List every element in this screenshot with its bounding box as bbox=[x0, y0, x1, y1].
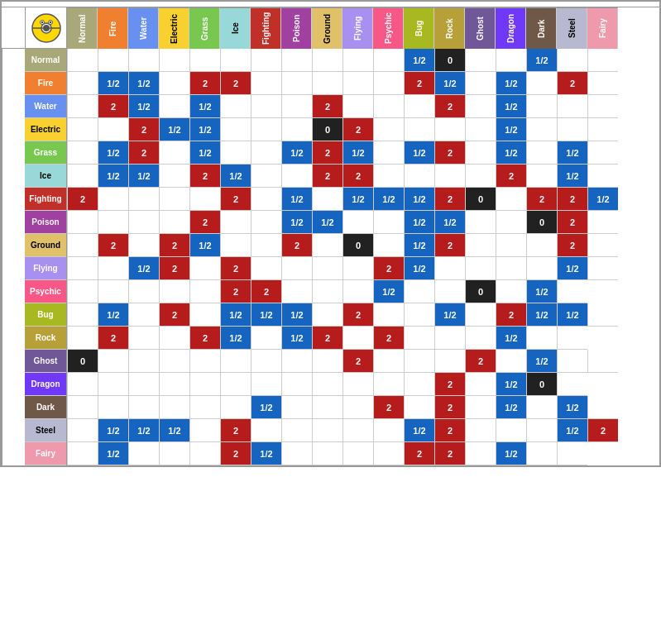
grid-cell bbox=[465, 72, 496, 95]
grid-row: 1/2221/21/2 bbox=[67, 396, 659, 419]
grid-cell: 2 bbox=[220, 442, 251, 465]
grid-cell: 2 bbox=[281, 234, 312, 257]
col-header-ghost: Ghost bbox=[465, 7, 496, 49]
grid-cell bbox=[251, 257, 281, 280]
grid-cell: 2 bbox=[98, 234, 128, 257]
grid-cell bbox=[434, 327, 465, 350]
col-header-bug: Bug bbox=[404, 7, 434, 49]
grid-cell: 2 bbox=[159, 303, 189, 327]
row-header-rock: Rock bbox=[25, 327, 66, 350]
grid-cell bbox=[404, 350, 434, 373]
grid-cell bbox=[404, 118, 434, 141]
grid-cell: 2 bbox=[159, 257, 189, 280]
grid-cell bbox=[159, 373, 189, 396]
grid-cell: 2 bbox=[220, 72, 251, 95]
grid-cell: 2 bbox=[434, 234, 465, 257]
grid-cell: 1/2 bbox=[526, 49, 557, 72]
grid-cell bbox=[251, 350, 281, 373]
grid-cell: 2 bbox=[342, 165, 373, 188]
grid-cell bbox=[128, 188, 159, 211]
grid-cell bbox=[251, 118, 281, 141]
grid-cell: 1/2 bbox=[526, 280, 557, 303]
grid-cell bbox=[526, 419, 557, 442]
grid-cell bbox=[67, 141, 98, 165]
row-header-steel: Steel bbox=[25, 419, 66, 442]
grid-cell: 2 bbox=[312, 327, 342, 350]
grid-cell bbox=[496, 257, 526, 280]
row-header-water: Water bbox=[25, 95, 66, 118]
row-header-fairy: Fairy bbox=[25, 442, 66, 465]
grid-cell: 1/2 bbox=[434, 211, 465, 234]
grid-cell: 1/2 bbox=[496, 442, 526, 465]
grid-cell: 2 bbox=[98, 327, 128, 350]
grid-cell bbox=[342, 95, 373, 118]
grid-cell bbox=[189, 188, 220, 211]
grid-cell bbox=[465, 211, 496, 234]
grid-cell bbox=[281, 49, 312, 72]
grid-cell: 1/2 bbox=[496, 396, 526, 419]
grid-cell bbox=[465, 373, 496, 396]
grid-cell bbox=[342, 211, 373, 234]
grid-cell bbox=[159, 442, 189, 465]
grid-cell bbox=[342, 49, 373, 72]
grid-cell bbox=[434, 118, 465, 141]
grid-cell bbox=[220, 118, 251, 141]
grid-cell: 1/2 bbox=[98, 141, 128, 165]
grid-row: 1/21/221/22221/2 bbox=[67, 165, 659, 188]
grid-cell bbox=[251, 188, 281, 211]
grid-cell bbox=[159, 72, 189, 95]
grid-cell bbox=[373, 419, 404, 442]
col-header-steel: Steel bbox=[557, 7, 587, 49]
grid-container: 1/201/21/21/22221/21/2221/21/2221/221/21… bbox=[67, 49, 659, 465]
grid-cell: 0 bbox=[312, 118, 342, 141]
grid-row: 1/201/2 bbox=[67, 49, 659, 72]
grid-cell bbox=[281, 95, 312, 118]
grid-cell bbox=[128, 350, 159, 373]
grid-cell: 1/2 bbox=[557, 303, 587, 327]
grid-cell bbox=[342, 72, 373, 95]
grid-cell: 1/2 bbox=[128, 257, 159, 280]
grid-cell bbox=[557, 327, 587, 350]
grid-cell: 1/2 bbox=[98, 419, 128, 442]
row-header-bug: Bug bbox=[25, 303, 66, 327]
grid-cell: 1/2 bbox=[557, 165, 587, 188]
grid-cell bbox=[587, 49, 618, 72]
grid-cell bbox=[465, 165, 496, 188]
grid-cell bbox=[281, 165, 312, 188]
grid-cell: 1/2 bbox=[189, 141, 220, 165]
grid-cell bbox=[342, 419, 373, 442]
row-header-dragon: Dragon bbox=[25, 373, 66, 396]
grid-cell bbox=[128, 303, 159, 327]
grid-cell: 2 bbox=[557, 188, 587, 211]
grid-cell: 1/2 bbox=[404, 49, 434, 72]
grid-cell: 1/2 bbox=[281, 188, 312, 211]
grid-cell bbox=[587, 95, 618, 118]
grid-cell bbox=[189, 442, 220, 465]
grid-row: 1/22221/21/2 bbox=[67, 257, 659, 280]
grid-cell: 2 bbox=[526, 188, 557, 211]
grid-row: 1/221/21/21/221/221/21/2 bbox=[67, 303, 659, 327]
grid-cell: 2 bbox=[496, 303, 526, 327]
grid-cell bbox=[587, 165, 618, 188]
grid-cell: 2 bbox=[404, 72, 434, 95]
row-header-poison: Poison bbox=[25, 211, 66, 234]
grid-cell: 2 bbox=[434, 419, 465, 442]
grid-cell bbox=[251, 419, 281, 442]
grid-cell bbox=[281, 280, 312, 303]
grid-cell: 1/2 bbox=[251, 396, 281, 419]
grid-cell: 1/2 bbox=[404, 188, 434, 211]
grid-cell bbox=[128, 280, 159, 303]
grid-cell: 1/2 bbox=[189, 118, 220, 141]
main-wrapper: NormalFireWaterElectricGrassIceFightingP… bbox=[0, 0, 661, 467]
grid-cell bbox=[373, 350, 404, 373]
row-header-ground: Ground bbox=[25, 234, 66, 257]
grid-cell bbox=[159, 280, 189, 303]
grid-cell bbox=[67, 442, 98, 465]
row-header-dark: Dark bbox=[25, 396, 66, 419]
grid-cell bbox=[526, 327, 557, 350]
grid-cell bbox=[128, 49, 159, 72]
grid-cell: 1/2 bbox=[557, 257, 587, 280]
grid-cell bbox=[220, 95, 251, 118]
grid-cell bbox=[526, 118, 557, 141]
grid-cell bbox=[159, 350, 189, 373]
